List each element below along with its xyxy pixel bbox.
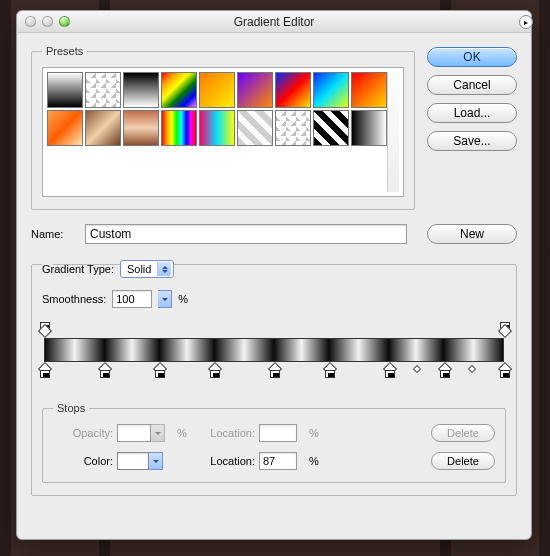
close-icon[interactable] [25,16,36,27]
opacity-stop[interactable] [500,322,510,336]
preset-swatch[interactable] [85,110,121,146]
cancel-button[interactable]: Cancel [427,75,517,95]
smoothness-label: Smoothness: [42,293,106,305]
opacity-stop[interactable] [40,322,50,336]
gradient-type-value: Solid [127,263,151,275]
preset-swatch[interactable] [275,110,311,146]
color-stop[interactable] [210,364,220,378]
preset-swatch[interactable] [199,110,235,146]
preset-swatch[interactable] [313,110,349,146]
color-stop[interactable] [500,364,510,378]
color-stop[interactable] [325,364,335,378]
preset-swatch[interactable] [161,72,197,108]
opacity-location-field [259,424,297,442]
color-location-field[interactable] [259,452,297,470]
smoothness-field[interactable] [112,290,152,308]
preset-swatch[interactable] [275,72,311,108]
gradient-bar[interactable] [44,338,504,362]
presets-scrollbar[interactable] [387,72,399,192]
preset-swatch[interactable] [161,110,197,146]
gradient-type-label: Gradient Type: [42,263,114,275]
opacity-location-label: Location: [199,427,259,439]
gradient-editor-window: Gradient Editor Presets ▸ [16,10,532,540]
color-stop[interactable] [40,364,50,378]
presets-group: Presets ▸ [31,45,415,210]
smoothness-unit: % [178,293,188,305]
new-button[interactable]: New [427,224,517,244]
window-title: Gradient Editor [17,15,531,29]
minimize-icon[interactable] [42,16,53,27]
color-dropdown-icon[interactable] [149,452,163,470]
presets-legend: Presets [42,45,87,57]
preset-swatch[interactable] [123,110,159,146]
gradient-editor-area [42,320,506,398]
color-location-unit: % [309,455,329,467]
preset-swatch[interactable] [47,72,83,108]
ok-button[interactable]: OK [427,47,517,67]
preset-swatch[interactable] [47,110,83,146]
preset-swatch[interactable] [351,72,387,108]
presets-well [42,67,404,197]
color-stop[interactable] [100,364,110,378]
preset-swatch[interactable] [351,110,387,146]
color-delete-button[interactable]: Delete [431,452,495,470]
name-label: Name: [31,228,75,240]
color-stop[interactable] [270,364,280,378]
color-location-label: Location: [199,455,259,467]
color-stop[interactable] [440,364,450,378]
preset-swatch[interactable] [199,72,235,108]
color-stop[interactable] [155,364,165,378]
save-button[interactable]: Save... [427,131,517,151]
gradient-type-group: . Gradient Type: Solid Smoothness: % [31,258,517,496]
name-field[interactable] [85,224,407,244]
opacity-field [117,424,151,442]
color-swatch-button[interactable] [117,452,177,470]
titlebar: Gradient Editor [17,11,531,33]
color-label: Color: [53,455,117,467]
gradient-type-select[interactable]: Solid [120,260,174,278]
presets-menu-icon[interactable]: ▸ [519,15,533,29]
stops-legend: Stops [53,402,89,414]
opacity-unit: % [177,427,199,439]
preset-swatch[interactable] [313,72,349,108]
preset-swatch[interactable] [85,72,121,108]
stepper-icon [157,262,171,276]
opacity-location-unit: % [309,427,329,439]
zoom-icon[interactable] [59,16,70,27]
smoothness-dropdown-icon[interactable] [158,290,172,308]
color-stop[interactable] [385,364,395,378]
preset-swatch[interactable] [123,72,159,108]
opacity-label: Opacity: [53,427,117,439]
opacity-dropdown-icon [151,424,165,442]
opacity-delete-button: Delete [431,424,495,442]
color-swatch [117,452,149,470]
preset-swatch[interactable] [237,72,273,108]
presets-grid [47,72,387,192]
load-button[interactable]: Load... [427,103,517,123]
preset-swatch[interactable] [237,110,273,146]
midpoint-handle[interactable] [469,366,477,374]
midpoint-handle[interactable] [414,366,422,374]
stops-group: Stops Opacity: % Location: % Delete Colo… [42,402,506,483]
